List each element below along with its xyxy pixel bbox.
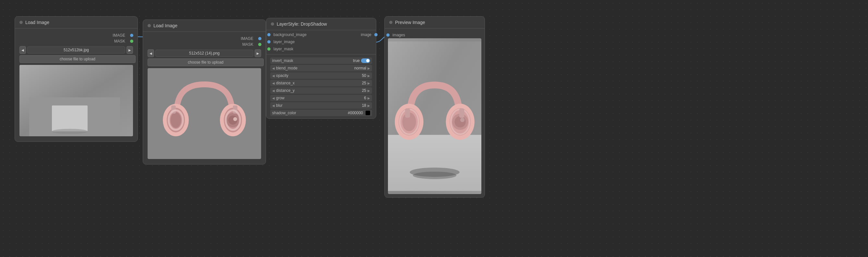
svg-rect-17 <box>388 135 482 191</box>
node3-status-dot <box>271 22 274 26</box>
node2-title: Load Image <box>153 23 178 28</box>
node4-body: images <box>385 29 485 197</box>
node2-headphones <box>148 68 261 159</box>
node1-mask-port: MASK <box>18 38 132 44</box>
node3-layer-mask-dot[interactable] <box>267 47 271 51</box>
node1-mask-label: MASK <box>114 39 125 44</box>
node3-blur-right-arrow[interactable]: ▶ <box>368 104 370 107</box>
node3-blur-left-arrow[interactable]: ◀ <box>272 104 275 107</box>
node3-distance-y-row: ◀ distance_y 25 ▶ <box>270 87 372 94</box>
node-layerstyle-dropshadow: LayerStyle: DropShadow background_image … <box>266 18 376 119</box>
node3-bg-image-dot[interactable] <box>267 33 271 36</box>
node3-layer-mask-port: layer_mask <box>269 46 307 52</box>
svg-rect-30 <box>459 108 464 118</box>
node3-blend-mode-left-arrow[interactable]: ◀ <box>272 66 275 70</box>
node3-invert-mask-label: invert_mask <box>272 58 345 63</box>
node2-body: IMAGE MASK ◀ 512x512 (14).png ▶ choose f… <box>143 32 266 164</box>
node1-image-dot[interactable] <box>130 34 133 37</box>
node3-image-out-port: image <box>361 31 376 38</box>
node3-layer-image-port: layer_image <box>269 38 307 45</box>
node3-opacity-right-arrow[interactable]: ▶ <box>368 74 370 78</box>
node2-status-dot <box>148 24 151 27</box>
node4-header: Preview Image <box>385 17 485 29</box>
node2-header: Load Image <box>143 20 266 32</box>
svg-point-3 <box>52 129 88 134</box>
node3-blur-label: blur <box>276 103 352 108</box>
node2-image-preview <box>148 68 261 159</box>
node3-distance-x-left-arrow[interactable]: ◀ <box>272 81 275 85</box>
node3-distance-x-label: distance_x <box>276 81 352 85</box>
node1-file-row: ◀ 512x512bk.jpg ▶ <box>20 46 133 54</box>
node3-blend-mode-right-arrow[interactable]: ▶ <box>368 66 370 70</box>
node3-divider <box>266 54 376 55</box>
svg-point-31 <box>413 172 456 179</box>
node3-shadow-color-value: #000000 <box>348 111 363 115</box>
svg-rect-29 <box>405 108 410 118</box>
node3-blur-value: 18 <box>353 103 366 108</box>
node-preview-image: Preview Image images <box>384 16 485 198</box>
node1-upload-btn[interactable]: choose file to upload <box>20 55 135 63</box>
node3-invert-mask-toggle[interactable] <box>361 58 370 63</box>
node3-distance-x-right-arrow[interactable]: ▶ <box>368 81 370 85</box>
node3-image-out-label: image <box>361 32 371 37</box>
node3-grow-row: ◀ grow 6 ▶ <box>270 95 372 101</box>
node4-images-label: images <box>393 33 405 37</box>
node3-invert-mask-row: invert_mask true <box>270 57 372 64</box>
node2-image-label: IMAGE <box>241 36 253 41</box>
node3-shadow-color-swatch[interactable] <box>366 111 370 115</box>
node3-grow-value: 6 <box>353 96 366 100</box>
node4-preview-area <box>388 38 482 194</box>
node3-bg-image-port: background_image <box>269 31 307 38</box>
node3-distance-y-right-arrow[interactable]: ▶ <box>368 89 370 92</box>
node3-grow-right-arrow[interactable]: ▶ <box>368 96 370 100</box>
node1-header: Load Image <box>15 17 137 29</box>
node4-images-port: images <box>388 32 482 38</box>
node3-distance-y-left-arrow[interactable]: ◀ <box>272 89 275 92</box>
node3-bg-image-label: background_image <box>273 32 307 37</box>
node3-blend-mode-value: normal <box>353 66 366 70</box>
node2-prev-btn[interactable]: ◀ <box>148 49 154 57</box>
node3-grow-left-arrow[interactable]: ◀ <box>272 96 275 100</box>
node2-file-row: ◀ 512x512 (14).png ▶ <box>148 49 261 57</box>
node3-input-ports: background_image layer_image layer_mask <box>266 31 307 52</box>
node2-mask-dot[interactable] <box>258 43 261 46</box>
node3-blend-mode-label: blend_mode <box>276 66 352 70</box>
node4-title: Preview Image <box>395 20 425 25</box>
node3-opacity-row: ◀ opacity 50 ▶ <box>270 73 372 79</box>
node3-layer-mask-label: layer_mask <box>273 47 293 51</box>
node3-title: LayerStyle: DropShadow <box>277 22 327 27</box>
svg-point-23 <box>460 118 464 122</box>
node3-opacity-value: 50 <box>353 73 366 78</box>
node1-prev-btn[interactable]: ◀ <box>20 46 26 54</box>
node4-status-dot <box>389 21 393 24</box>
node4-images-dot[interactable] <box>386 33 390 37</box>
node3-opacity-left-arrow[interactable]: ◀ <box>272 74 275 78</box>
node1-body: IMAGE MASK ◀ 512x512bk.jpg ▶ choose file… <box>15 29 137 141</box>
svg-point-6 <box>170 112 181 128</box>
node1-image-preview <box>20 65 133 136</box>
node3-grow-label: grow <box>276 96 352 100</box>
node3-blend-mode-row: ◀ blend_mode normal ▶ <box>270 65 372 72</box>
node3-shadow-color-row: shadow_color #000000 <box>270 110 372 116</box>
node2-image-dot[interactable] <box>258 37 261 40</box>
node1-mask-dot[interactable] <box>130 39 133 43</box>
node2-upload-btn[interactable]: choose file to upload <box>148 58 264 66</box>
node1-bg-preview <box>20 65 133 136</box>
node1-next-btn[interactable]: ▶ <box>126 46 133 54</box>
node2-filename: 512x512 (14).png <box>155 50 253 57</box>
node2-mask-port: MASK <box>146 41 260 47</box>
node3-shadow-color-label: shadow_color <box>272 111 346 115</box>
node2-mask-label: MASK <box>242 42 253 47</box>
node3-distance-y-label: distance_y <box>276 88 352 93</box>
node3-opacity-label: opacity <box>276 73 352 78</box>
node3-image-out-dot[interactable] <box>374 33 378 36</box>
node3-header: LayerStyle: DropShadow <box>266 18 376 30</box>
node3-params: invert_mask true ◀ blend_mode normal ▶ ◀… <box>266 55 376 118</box>
node-load-image-2: Load Image IMAGE MASK ◀ 512x512 (14).png… <box>143 20 266 165</box>
node2-next-btn[interactable]: ▶ <box>255 49 261 57</box>
node3-ports-row: background_image layer_image layer_mask … <box>266 30 376 54</box>
node3-invert-mask-value: true <box>347 58 360 63</box>
node3-layer-image-dot[interactable] <box>267 40 271 44</box>
svg-point-15 <box>233 117 237 121</box>
node3-body: background_image layer_image layer_mask … <box>266 30 376 118</box>
